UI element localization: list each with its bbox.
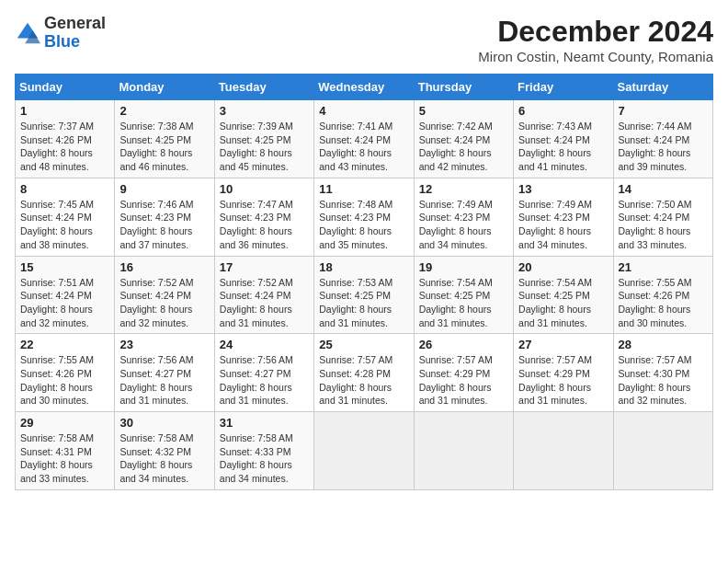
day-info: Sunrise: 7:55 AMSunset: 4:26 PMDaylight:… [619,277,692,328]
logo-icon [15,20,40,46]
calendar-cell: 6 Sunrise: 7:43 AMSunset: 4:24 PMDayligh… [514,100,613,178]
day-info: Sunrise: 7:44 AMSunset: 4:24 PMDaylight:… [619,121,692,172]
calendar-cell: 4 Sunrise: 7:41 AMSunset: 4:24 PMDayligh… [314,100,414,178]
day-of-week-header: Tuesday [214,75,313,100]
calendar-cell: 20 Sunrise: 7:54 AMSunset: 4:25 PMDaylig… [514,256,613,334]
day-of-week-header: Monday [115,75,214,100]
day-info: Sunrise: 7:52 AMSunset: 4:24 PMDaylight:… [119,277,193,328]
day-number: 1 [20,104,109,118]
day-info: Sunrise: 7:54 AMSunset: 4:25 PMDaylight:… [419,277,493,328]
day-info: Sunrise: 7:49 AMSunset: 4:23 PMDaylight:… [419,199,493,250]
day-number: 28 [619,338,708,351]
day-number: 19 [419,260,508,274]
day-info: Sunrise: 7:55 AMSunset: 4:26 PMDaylight:… [20,354,94,406]
day-of-week-header: Sunday [16,75,115,100]
day-info: Sunrise: 7:41 AMSunset: 4:24 PMDaylight:… [319,121,392,172]
calendar-cell: 28 Sunrise: 7:57 AMSunset: 4:30 PMDaylig… [613,334,712,412]
calendar-cell: 26 Sunrise: 7:57 AMSunset: 4:29 PMDaylig… [414,334,513,412]
calendar-week-row: 22 Sunrise: 7:55 AMSunset: 4:26 PMDaylig… [16,334,713,412]
page-header: General Blue December 2024 Miron Costin,… [15,15,713,64]
day-number: 8 [20,182,109,196]
day-info: Sunrise: 7:45 AMSunset: 4:24 PMDaylight:… [20,199,94,250]
day-info: Sunrise: 7:51 AMSunset: 4:24 PMDaylight:… [20,277,94,328]
calendar-cell: 18 Sunrise: 7:53 AMSunset: 4:25 PMDaylig… [314,256,414,334]
day-info: Sunrise: 7:56 AMSunset: 4:27 PMDaylight:… [119,354,193,406]
logo: General Blue [15,15,106,52]
calendar-cell [314,412,414,490]
calendar-week-row: 8 Sunrise: 7:45 AMSunset: 4:24 PMDayligh… [16,178,713,256]
day-number: 29 [20,416,109,430]
day-number: 22 [20,338,109,351]
day-info: Sunrise: 7:57 AMSunset: 4:28 PMDaylight:… [319,354,392,406]
day-number: 20 [518,260,608,274]
day-number: 18 [319,260,408,274]
calendar-cell: 2 Sunrise: 7:38 AMSunset: 4:25 PMDayligh… [115,100,214,178]
day-of-week-header: Friday [514,75,613,100]
day-info: Sunrise: 7:38 AMSunset: 4:25 PMDaylight:… [119,121,193,172]
day-info: Sunrise: 7:53 AMSunset: 4:25 PMDaylight:… [319,277,392,328]
calendar-cell: 12 Sunrise: 7:49 AMSunset: 4:23 PMDaylig… [414,178,513,256]
day-info: Sunrise: 7:49 AMSunset: 4:23 PMDaylight:… [518,199,592,250]
day-number: 3 [220,104,309,118]
calendar-cell: 31 Sunrise: 7:58 AMSunset: 4:33 PMDaylig… [214,412,313,490]
calendar-cell: 17 Sunrise: 7:52 AMSunset: 4:24 PMDaylig… [214,256,313,334]
main-title: December 2024 [478,15,713,49]
day-of-week-header: Thursday [414,75,513,100]
calendar-cell: 1 Sunrise: 7:37 AMSunset: 4:26 PMDayligh… [16,100,115,178]
calendar-cell: 14 Sunrise: 7:50 AMSunset: 4:24 PMDaylig… [613,178,712,256]
day-info: Sunrise: 7:39 AMSunset: 4:25 PMDaylight:… [220,121,293,172]
calendar-cell: 7 Sunrise: 7:44 AMSunset: 4:24 PMDayligh… [613,100,712,178]
day-info: Sunrise: 7:48 AMSunset: 4:23 PMDaylight:… [319,199,392,250]
day-number: 24 [220,338,309,351]
day-info: Sunrise: 7:58 AMSunset: 4:31 PMDaylight:… [20,432,94,484]
calendar-cell: 21 Sunrise: 7:55 AMSunset: 4:26 PMDaylig… [613,256,712,334]
day-number: 4 [319,104,408,118]
calendar-cell [514,412,613,490]
day-info: Sunrise: 7:52 AMSunset: 4:24 PMDaylight:… [220,277,293,328]
calendar-week-row: 1 Sunrise: 7:37 AMSunset: 4:26 PMDayligh… [16,100,713,178]
calendar-week-row: 29 Sunrise: 7:58 AMSunset: 4:31 PMDaylig… [16,412,713,490]
day-number: 26 [419,338,508,351]
day-number: 31 [220,416,309,430]
day-number: 30 [119,416,209,430]
day-info: Sunrise: 7:47 AMSunset: 4:23 PMDaylight:… [220,199,293,250]
day-of-week-header: Saturday [613,75,712,100]
calendar-cell: 15 Sunrise: 7:51 AMSunset: 4:24 PMDaylig… [16,256,115,334]
calendar-cell: 9 Sunrise: 7:46 AMSunset: 4:23 PMDayligh… [115,178,214,256]
day-number: 23 [119,338,209,351]
day-number: 12 [419,182,508,196]
calendar-cell: 11 Sunrise: 7:48 AMSunset: 4:23 PMDaylig… [314,178,414,256]
day-number: 9 [119,182,209,196]
title-block: December 2024 Miron Costin, Neamt County… [478,15,713,64]
calendar-cell: 27 Sunrise: 7:57 AMSunset: 4:29 PMDaylig… [514,334,613,412]
calendar-cell: 29 Sunrise: 7:58 AMSunset: 4:31 PMDaylig… [16,412,115,490]
day-of-week-header: Wednesday [314,75,414,100]
day-number: 7 [619,104,708,118]
day-info: Sunrise: 7:57 AMSunset: 4:29 PMDaylight:… [518,354,592,406]
day-number: 16 [119,260,209,274]
day-info: Sunrise: 7:42 AMSunset: 4:24 PMDaylight:… [419,121,493,172]
logo-text: General Blue [44,15,106,52]
calendar-cell: 23 Sunrise: 7:56 AMSunset: 4:27 PMDaylig… [115,334,214,412]
calendar-cell: 19 Sunrise: 7:54 AMSunset: 4:25 PMDaylig… [414,256,513,334]
day-number: 14 [619,182,708,196]
day-info: Sunrise: 7:43 AMSunset: 4:24 PMDaylight:… [518,121,592,172]
day-info: Sunrise: 7:57 AMSunset: 4:29 PMDaylight:… [419,354,493,406]
calendar-cell: 16 Sunrise: 7:52 AMSunset: 4:24 PMDaylig… [115,256,214,334]
day-number: 6 [518,104,608,118]
calendar-cell: 25 Sunrise: 7:57 AMSunset: 4:28 PMDaylig… [314,334,414,412]
calendar-table: SundayMondayTuesdayWednesdayThursdayFrid… [15,74,713,490]
day-number: 10 [220,182,309,196]
calendar-cell [414,412,513,490]
day-info: Sunrise: 7:58 AMSunset: 4:33 PMDaylight:… [220,432,293,484]
day-number: 11 [319,182,408,196]
calendar-cell: 10 Sunrise: 7:47 AMSunset: 4:23 PMDaylig… [214,178,313,256]
calendar-cell: 30 Sunrise: 7:58 AMSunset: 4:32 PMDaylig… [115,412,214,490]
day-info: Sunrise: 7:54 AMSunset: 4:25 PMDaylight:… [518,277,592,328]
calendar-cell: 24 Sunrise: 7:56 AMSunset: 4:27 PMDaylig… [214,334,313,412]
day-number: 21 [619,260,708,274]
day-number: 17 [220,260,309,274]
day-info: Sunrise: 7:46 AMSunset: 4:23 PMDaylight:… [119,199,193,250]
day-info: Sunrise: 7:58 AMSunset: 4:32 PMDaylight:… [119,432,193,484]
day-number: 15 [20,260,109,274]
